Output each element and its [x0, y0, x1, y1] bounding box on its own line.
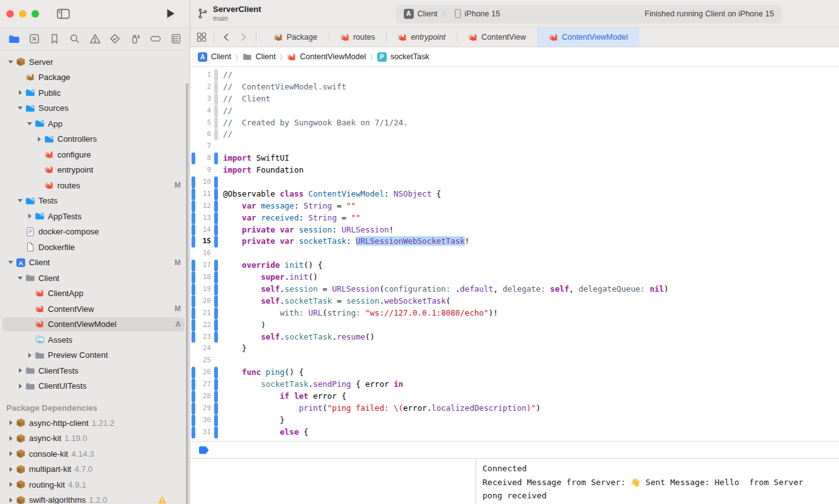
disclosure-open-icon[interactable] [6, 261, 15, 264]
source-editor[interactable]: 1//2// ContentViewModel.swift3// Client4… [190, 67, 839, 441]
bookmarks-navigator-icon[interactable] [47, 32, 62, 47]
tree-row-controllers[interactable]: Controllers [0, 132, 190, 147]
code-line-29[interactable]: 29 print("ping failed: \(error.localized… [190, 403, 839, 415]
disclosure-closed-icon[interactable] [6, 482, 15, 487]
breakpoints-toggle-button[interactable] [198, 446, 210, 454]
disclosure-closed-icon[interactable] [6, 436, 15, 441]
code-line-14[interactable]: 14 private var session: URLSession! [190, 224, 839, 236]
tree-row-clienttests[interactable]: ClientTests [0, 363, 190, 379]
reports-navigator-icon[interactable] [168, 32, 183, 47]
tree-row-client[interactable]: Client [0, 270, 190, 286]
disclosure-closed-icon[interactable] [6, 498, 15, 503]
run-destination[interactable]: iPhone 15 [465, 9, 500, 18]
code-line-17[interactable]: 17 override init() { [190, 260, 839, 272]
disclosure-open-icon[interactable] [16, 106, 25, 110]
tab-package[interactable]: Package [262, 28, 329, 47]
code-line-8[interactable]: 8import SwiftUI [190, 152, 839, 164]
close-window-button[interactable] [6, 10, 14, 18]
code-line-24[interactable]: 24 } [190, 343, 839, 355]
code-line-18[interactable]: 18 super.init() [190, 272, 839, 284]
breadcrumb-item[interactable]: ContentViewModel [287, 52, 366, 62]
tree-row-public[interactable]: Public [0, 85, 190, 101]
disclosure-closed-icon[interactable] [25, 214, 34, 219]
disclosure-closed-icon[interactable] [6, 467, 15, 472]
disclosure-closed-icon[interactable] [16, 368, 25, 373]
find-navigator-icon[interactable] [67, 32, 82, 47]
code-line-21[interactable]: 21 with: URL(string: "ws://127.0.0.1:808… [190, 307, 839, 319]
scheme-selector[interactable]: A Client 〉 iPhone 15 [404, 9, 500, 19]
code-line-1[interactable]: 1// [190, 69, 839, 81]
breadcrumb-item[interactable]: AClient [198, 52, 231, 62]
tree-row-docker-compose[interactable]: docker-compose [0, 224, 190, 240]
tree-row-dockerfile[interactable]: Dockerfile [0, 239, 190, 255]
editor-layout-icon[interactable] [194, 30, 209, 45]
code-line-10[interactable]: 10 [190, 176, 839, 188]
tab-contentviewmodel[interactable]: ContentViewModel [537, 28, 639, 47]
variables-view[interactable] [190, 459, 476, 504]
tree-row-routes[interactable]: routesM [0, 178, 190, 193]
tree-row-client[interactable]: AClientM [0, 255, 190, 271]
toggle-navigator-icon[interactable] [57, 8, 70, 20]
run-button[interactable] [166, 8, 176, 19]
minimize-window-button[interactable] [19, 10, 26, 18]
go-back-icon[interactable] [219, 30, 234, 45]
tree-row-contentviewmodel[interactable]: ContentViewModelA [0, 317, 190, 333]
source-control-navigator-icon[interactable] [26, 32, 42, 47]
tree-row-clientapp[interactable]: ClientApp [0, 286, 190, 302]
zoom-window-button[interactable] [31, 10, 39, 18]
code-line-5[interactable]: 5// Created by Sungwook Baek on 7/1/24. [190, 117, 839, 129]
dependency-row[interactable]: async-kit1.19.0 [0, 431, 190, 447]
code-line-2[interactable]: 2// ContentViewModel.swift [190, 81, 839, 93]
tree-row-assets[interactable]: Assets [0, 332, 190, 348]
tree-row-package[interactable]: Package [0, 70, 190, 86]
breadcrumb-item[interactable]: Client [243, 52, 276, 62]
code-line-20[interactable]: 20 self.socketTask = session.webSocketTa… [190, 295, 839, 307]
go-forward-icon[interactable] [236, 30, 251, 45]
tab-contentview[interactable]: ContentView [457, 28, 537, 47]
code-line-19[interactable]: 19 self.session = URLSession(configurati… [190, 284, 839, 295]
code-line-12[interactable]: 12 var message: String = "" [190, 200, 839, 212]
disclosure-closed-icon[interactable] [16, 90, 25, 95]
disclosure-open-icon[interactable] [16, 199, 25, 202]
code-line-7[interactable]: 7 [190, 140, 839, 152]
code-line-9[interactable]: 9import Foundation [190, 164, 839, 176]
code-line-27[interactable]: 27 socketTask.sendPing { error in [190, 379, 839, 391]
code-line-11[interactable]: 11@Observable class ContentViewModel: NS… [190, 188, 839, 200]
code-line-15[interactable]: 15 private var socketTask: URLSessionWeb… [190, 236, 839, 248]
dependency-row[interactable]: routing-kit4.9.1 [0, 477, 190, 493]
tree-row-preview-content[interactable]: Preview Content [0, 348, 190, 364]
dependency-row[interactable]: multipart-kit4.7.0 [0, 462, 190, 478]
tab-routes[interactable]: routes [329, 28, 387, 47]
code-line-16[interactable]: 16 [190, 248, 839, 260]
code-line-28[interactable]: 28 if let error { [190, 391, 839, 403]
disclosure-open-icon[interactable] [25, 122, 34, 125]
issues-navigator-icon[interactable] [88, 32, 103, 47]
tree-row-configure[interactable]: configure [0, 147, 190, 163]
disclosure-open-icon[interactable] [16, 277, 25, 280]
sidebar-scrollbar[interactable] [186, 83, 188, 504]
tree-row-apptests[interactable]: AppTests [0, 209, 190, 224]
tree-row-entrypoint[interactable]: entrypoint [0, 163, 190, 178]
disclosure-closed-icon[interactable] [16, 384, 25, 389]
tree-row-tests[interactable]: Tests [0, 193, 190, 209]
code-line-4[interactable]: 4// [190, 105, 839, 117]
debug-navigator-icon[interactable] [128, 32, 143, 47]
code-line-22[interactable]: 22 ) [190, 319, 839, 331]
code-line-13[interactable]: 13 var received: String = "" [190, 212, 839, 224]
code-line-3[interactable]: 3// Client [190, 93, 839, 105]
code-line-31[interactable]: 31 else { [190, 427, 839, 438]
tree-row-sources[interactable]: Sources [0, 101, 190, 117]
disclosure-closed-icon[interactable] [35, 137, 43, 142]
breakpoints-navigator-icon[interactable] [148, 32, 163, 47]
breadcrumb-item[interactable]: PsocketTask [377, 52, 430, 62]
code-line-25[interactable]: 25 [190, 355, 839, 367]
disclosure-closed-icon[interactable] [6, 420, 15, 425]
tab-entrypoint[interactable]: entrypoint [386, 28, 457, 47]
dependency-row[interactable]: swift-algorithms1.2.0 [0, 493, 190, 504]
code-line-26[interactable]: 26 func ping() { [190, 367, 839, 379]
tests-navigator-icon[interactable] [108, 32, 123, 47]
disclosure-closed-icon[interactable] [25, 353, 34, 358]
project-navigator-icon[interactable] [6, 32, 21, 47]
tree-row-contentview[interactable]: ContentViewM [0, 301, 190, 317]
dependency-row[interactable]: console-kit4.14.3 [0, 446, 190, 462]
